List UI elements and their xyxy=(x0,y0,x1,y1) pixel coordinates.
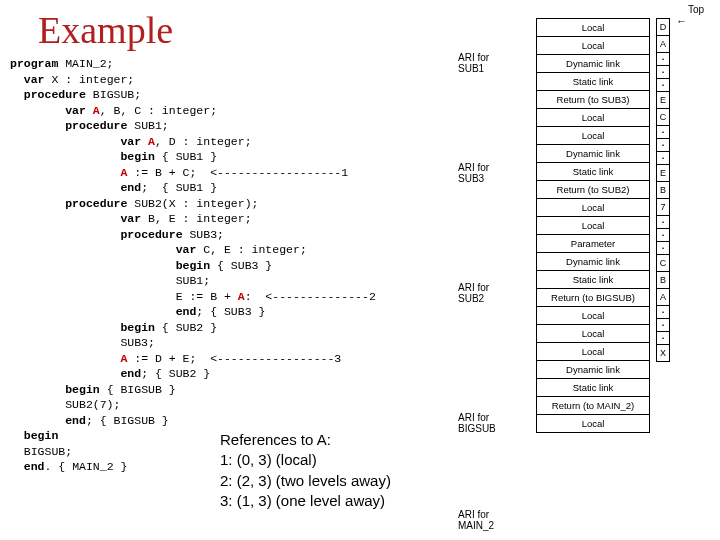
stack-cell: Local xyxy=(536,217,650,235)
right-cell: • xyxy=(656,319,670,332)
right-cell: B xyxy=(656,272,670,289)
stack-cell: Dynamic link xyxy=(536,55,650,73)
right-cell: • xyxy=(656,242,670,255)
right-cell: D xyxy=(656,18,670,36)
stack-cell: Local xyxy=(536,415,650,433)
right-cell: • xyxy=(656,79,670,92)
stack-cell: Dynamic link xyxy=(536,145,650,163)
stack-cell: Local xyxy=(536,109,650,127)
references-line-3: 3: (1, 3) (one level away) xyxy=(220,491,391,511)
right-cell: 7 xyxy=(656,199,670,216)
right-cell: • xyxy=(656,53,670,66)
stack-cell: Dynamic link xyxy=(536,253,650,271)
stack-cell: Dynamic link xyxy=(536,361,650,379)
right-cell: E xyxy=(656,165,670,182)
stack-cell: Local xyxy=(536,343,650,361)
ari-label-bigsub: ARI forBIGSUB xyxy=(458,412,532,434)
ari-label-sub2: ARI forSUB2 xyxy=(458,282,532,304)
right-cell: A xyxy=(656,36,670,53)
stack-cell: Static link xyxy=(536,73,650,91)
right-cell: • xyxy=(656,66,670,79)
right-cell: • xyxy=(656,139,670,152)
right-value-column: D A • • • E C • • • E B 7 • • • C B A • … xyxy=(656,18,670,362)
right-cell: • xyxy=(656,126,670,139)
right-cell: X xyxy=(656,345,670,362)
right-cell: • xyxy=(656,152,670,165)
right-cell: C xyxy=(656,255,670,272)
stack-cell: Local xyxy=(536,325,650,343)
stack-cell: Local xyxy=(536,19,650,37)
stack-cell: Return (to BIGSUB) xyxy=(536,289,650,307)
stack-cell: Local xyxy=(536,199,650,217)
ari-label-main2: ARI forMAIN_2 xyxy=(458,509,532,531)
stack-cell: Parameter xyxy=(536,235,650,253)
stack-cell: Local xyxy=(536,37,650,55)
right-cell: A xyxy=(656,289,670,306)
references-line-1: 1: (0, 3) (local) xyxy=(220,450,391,470)
stack-frames: Local Local Dynamic link Static link Ret… xyxy=(536,18,650,433)
stack-cell: Return (to MAIN_2) xyxy=(536,397,650,415)
right-cell: • xyxy=(656,332,670,345)
ari-label-sub1: ARI forSUB1 xyxy=(458,52,532,74)
stack-diagram: Top ← ARI forSUB1 ARI forSUB3 ARI forSUB… xyxy=(458,4,716,536)
references-line-2: 2: (2, 3) (two levels away) xyxy=(220,471,391,491)
stack-cell: Static link xyxy=(536,163,650,181)
right-cell: • xyxy=(656,216,670,229)
stack-cell: Return (to SUB2) xyxy=(536,181,650,199)
right-cell: E xyxy=(656,92,670,109)
ari-label-sub3: ARI forSUB3 xyxy=(458,162,532,184)
top-label: Top xyxy=(688,4,704,15)
stack-cell: Return (to SUB3) xyxy=(536,91,650,109)
references-block: References to A: 1: (0, 3) (local) 2: (2… xyxy=(220,430,391,511)
right-cell: C xyxy=(656,109,670,126)
right-cell: B xyxy=(656,182,670,199)
stack-cell: Static link xyxy=(536,271,650,289)
stack-cell: Local xyxy=(536,127,650,145)
stack-cell: Local xyxy=(536,307,650,325)
stack-cell: Static link xyxy=(536,379,650,397)
right-cell: • xyxy=(656,306,670,319)
right-cell: • xyxy=(656,229,670,242)
references-heading: References to A: xyxy=(220,430,391,450)
arrow-top-icon: ← xyxy=(676,15,687,27)
